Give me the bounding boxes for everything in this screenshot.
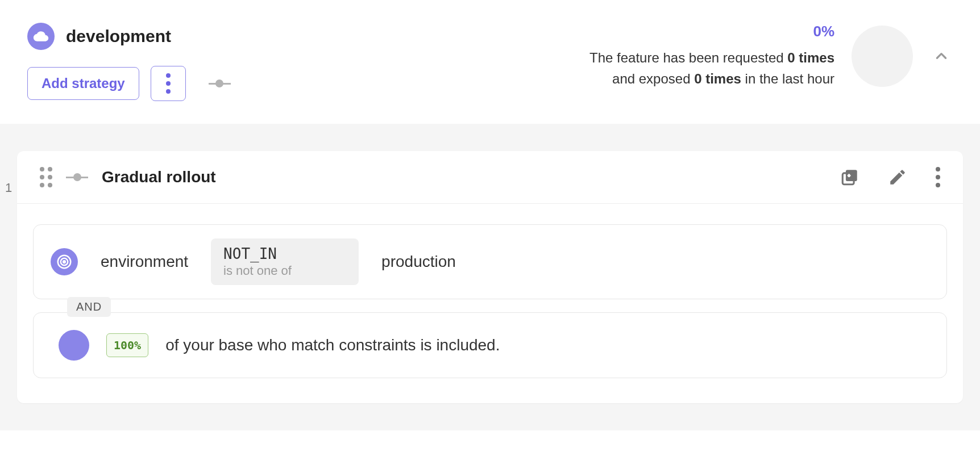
strategy-node-icon bbox=[66, 173, 88, 181]
strategy-name: Gradual rollout bbox=[102, 168, 216, 186]
rollout-percent-badge: 100% bbox=[106, 333, 148, 357]
and-joiner: AND bbox=[67, 297, 111, 317]
stats-line2-suffix: in the last hour bbox=[741, 71, 834, 86]
constraint-field: environment bbox=[101, 253, 188, 271]
constraint-value: production bbox=[381, 253, 456, 271]
operator-description: is not one of bbox=[223, 263, 342, 278]
svg-point-6 bbox=[63, 261, 65, 263]
drag-handle-icon[interactable] bbox=[40, 167, 52, 187]
metrics-circle bbox=[852, 26, 913, 87]
strategy-more-menu[interactable] bbox=[936, 167, 940, 187]
rollout-indicator-icon bbox=[59, 330, 89, 361]
edit-button[interactable] bbox=[888, 168, 907, 187]
strategy-index: 1 bbox=[0, 151, 17, 403]
cloud-icon bbox=[27, 23, 55, 50]
rollout-text: of your base who match constraints is in… bbox=[165, 336, 500, 354]
stats-line1-prefix: The feature has been requested bbox=[589, 50, 787, 65]
strategy-card: Gradual rollout bbox=[17, 151, 963, 403]
environment-header: development Add strategy 0% The feature … bbox=[0, 0, 980, 124]
more-menu-button[interactable] bbox=[151, 66, 186, 101]
constraint-row: environment NOT_IN is not one of product… bbox=[33, 224, 947, 299]
operator-code: NOT_IN bbox=[223, 245, 342, 262]
stats-block: 0% The feature has been requested 0 time… bbox=[589, 23, 834, 89]
stats-exposed-times: 0 times bbox=[694, 71, 741, 86]
rollout-row: 100% of your base who match constraints … bbox=[33, 312, 947, 378]
collapse-chevron-icon[interactable] bbox=[930, 45, 953, 68]
stats-line2-prefix: and exposed bbox=[612, 71, 694, 86]
environment-name: development bbox=[66, 27, 171, 46]
strategy-node-icon bbox=[209, 79, 231, 87]
target-icon bbox=[51, 248, 78, 275]
stats-percent: 0% bbox=[589, 23, 834, 40]
constraint-operator: NOT_IN is not one of bbox=[211, 238, 359, 285]
stats-requested-times: 0 times bbox=[787, 50, 834, 65]
add-strategy-button[interactable]: Add strategy bbox=[27, 67, 139, 100]
copy-button[interactable] bbox=[840, 168, 859, 187]
